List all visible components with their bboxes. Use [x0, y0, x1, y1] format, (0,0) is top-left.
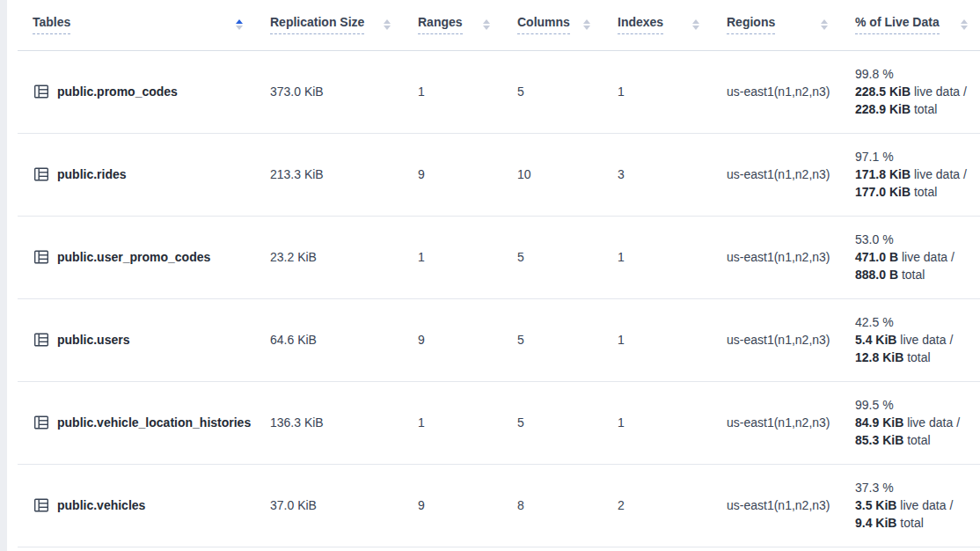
total-suffix: total [902, 268, 925, 282]
live-data-cell: 42.5 % 5.4 KiB live data / 12.8 KiB tota… [840, 298, 980, 381]
table-row[interactable]: public.users 64.6 KiB 9 5 1 us-east1(n1,… [18, 298, 980, 381]
ranges-cell: 9 [403, 298, 502, 381]
sort-arrows-icon[interactable] [821, 19, 828, 30]
table-row[interactable]: public.user_promo_codes 23.2 KiB 1 5 1 u… [18, 216, 980, 298]
live-size: 3.5 KiB [855, 498, 896, 512]
table-name-cell[interactable]: public.promo_codes [18, 50, 255, 133]
table-name-cell[interactable]: public.users [18, 298, 255, 381]
table-row[interactable]: public.rides 213.3 KiB 9 10 3 us-east1(n… [18, 133, 980, 216]
column-header-live-data[interactable]: % of Live Data [840, 0, 980, 50]
total-suffix: total [914, 102, 937, 116]
live-percent: 99.5 % [855, 396, 968, 414]
table-icon [33, 414, 50, 431]
live-suffix: live data / [900, 333, 953, 347]
indexes-cell: 1 [603, 381, 712, 464]
table-header-row: Tables Replication Size Ranges Columns [18, 0, 980, 50]
table-icon [33, 248, 50, 266]
sort-arrows-icon[interactable] [384, 19, 391, 30]
live-suffix: live data / [907, 415, 960, 430]
live-percent: 99.8 % [855, 65, 968, 83]
table-row[interactable]: public.vehicles 37.0 KiB 9 8 2 us-east1(… [18, 464, 980, 547]
column-header-columns[interactable]: Columns [502, 0, 603, 50]
total-suffix: total [914, 185, 937, 199]
column-header-regions-label: Regions [727, 15, 775, 34]
live-size: 171.8 KiB [855, 167, 911, 181]
table-name-cell[interactable]: public.vehicles [18, 464, 255, 547]
table-name[interactable]: public.user_promo_codes [57, 250, 210, 264]
live-size: 84.9 KiB [855, 415, 903, 430]
column-header-replication-size[interactable]: Replication Size [255, 0, 403, 50]
database-tables-panel: Tables Replication Size Ranges Columns [18, 0, 980, 547]
table-row[interactable]: public.promo_codes 373.0 KiB 1 5 1 us-ea… [18, 50, 980, 133]
table-icon [33, 165, 50, 183]
indexes-cell: 1 [603, 216, 712, 298]
live-data-cell: 99.8 % 228.5 KiB live data / 228.9 KiB t… [840, 50, 980, 133]
table-icon [33, 83, 50, 100]
sort-arrows-icon[interactable] [483, 19, 490, 30]
column-header-columns-label: Columns [517, 15, 570, 34]
tables-list-table: Tables Replication Size Ranges Columns [18, 0, 980, 547]
live-size: 471.0 B [855, 250, 898, 264]
indexes-cell: 1 [603, 50, 712, 133]
sort-arrows-icon[interactable] [961, 19, 968, 30]
replication-size-cell: 213.3 KiB [255, 133, 403, 216]
sort-arrows-icon[interactable] [236, 19, 243, 30]
column-header-ranges[interactable]: Ranges [403, 0, 502, 50]
table-name[interactable]: public.vehicle_location_histories [57, 415, 251, 430]
live-size: 228.5 KiB [855, 84, 911, 99]
replication-size-cell: 373.0 KiB [255, 50, 403, 133]
replication-size-cell: 136.3 KiB [255, 381, 403, 464]
indexes-cell: 3 [603, 133, 712, 216]
regions-cell: us-east1(n1,n2,n3) [712, 50, 840, 133]
live-percent: 42.5 % [855, 313, 968, 331]
regions-cell: us-east1(n1,n2,n3) [712, 298, 840, 381]
live-data-cell: 53.0 % 471.0 B live data / 888.0 B total [840, 216, 980, 298]
regions-cell: us-east1(n1,n2,n3) [712, 464, 840, 547]
columns-cell: 8 [502, 464, 603, 547]
live-percent: 97.1 % [855, 148, 968, 165]
column-header-live-data-label: % of Live Data [855, 15, 940, 34]
ranges-cell: 1 [403, 216, 502, 298]
sort-arrows-icon[interactable] [692, 19, 699, 30]
live-size: 5.4 KiB [855, 333, 896, 347]
sort-arrows-icon[interactable] [583, 19, 590, 30]
total-suffix: total [907, 433, 930, 447]
live-suffix: live data / [902, 250, 954, 264]
table-row[interactable]: public.vehicle_location_histories 136.3 … [18, 381, 980, 464]
table-name-cell[interactable]: public.user_promo_codes [18, 216, 255, 298]
live-percent: 37.3 % [855, 479, 968, 496]
live-suffix: live data / [914, 84, 967, 99]
total-suffix: total [907, 350, 930, 364]
total-suffix: total [900, 516, 923, 530]
table-body: public.promo_codes 373.0 KiB 1 5 1 us-ea… [18, 50, 980, 547]
ranges-cell: 9 [403, 133, 502, 216]
total-size: 85.3 KiB [855, 433, 903, 447]
column-header-tables-label: Tables [33, 15, 70, 34]
table-name[interactable]: public.rides [57, 167, 127, 181]
table-name[interactable]: public.users [57, 333, 129, 347]
column-header-tables[interactable]: Tables [18, 0, 255, 50]
column-header-indexes[interactable]: Indexes [603, 0, 712, 50]
table-name[interactable]: public.promo_codes [57, 84, 178, 99]
column-header-indexes-label: Indexes [618, 15, 663, 34]
live-suffix: live data / [900, 498, 953, 512]
page-left-gutter [0, 0, 7, 551]
indexes-cell: 2 [603, 464, 712, 547]
table-icon [33, 496, 50, 514]
columns-cell: 5 [502, 298, 603, 381]
column-header-regions[interactable]: Regions [712, 0, 840, 50]
replication-size-cell: 64.6 KiB [255, 298, 403, 381]
live-data-cell: 97.1 % 171.8 KiB live data / 177.0 KiB t… [840, 133, 980, 216]
table-name[interactable]: public.vehicles [57, 498, 145, 512]
table-name-cell[interactable]: public.vehicle_location_histories [18, 381, 255, 464]
columns-cell: 5 [502, 381, 603, 464]
replication-size-cell: 23.2 KiB [255, 216, 403, 298]
columns-cell: 5 [502, 216, 603, 298]
ranges-cell: 1 [403, 381, 502, 464]
total-size: 177.0 KiB [855, 185, 911, 199]
column-header-ranges-label: Ranges [418, 15, 463, 34]
ranges-cell: 1 [403, 50, 502, 133]
regions-cell: us-east1(n1,n2,n3) [712, 381, 840, 464]
table-name-cell[interactable]: public.rides [18, 133, 255, 216]
table-icon [33, 331, 50, 349]
